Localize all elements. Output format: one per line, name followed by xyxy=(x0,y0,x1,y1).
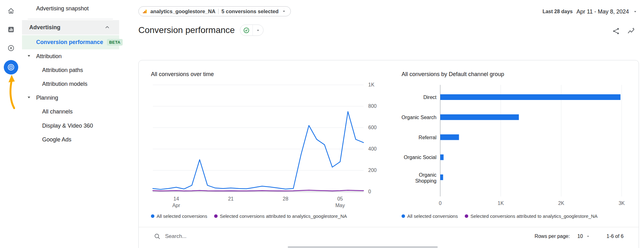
time-series-chart[interactable]: 02004006008001K14Apr212805May xyxy=(148,82,387,214)
svg-text:Organic Social: Organic Social xyxy=(404,155,436,160)
svg-text:3K: 3K xyxy=(619,201,625,206)
property-selector[interactable]: analytics_googlestore_NA 5 conversions s… xyxy=(138,6,291,16)
legend-dot-blue xyxy=(402,214,405,218)
svg-text:400: 400 xyxy=(368,146,377,152)
property-name: analytics_googlestore_NA xyxy=(150,8,215,14)
svg-text:May: May xyxy=(335,203,345,208)
reports-icon[interactable] xyxy=(7,26,15,33)
legend-dot-blue xyxy=(151,214,154,218)
channel-bar-chart[interactable]: 01K2K3KDirectOrganic SearchReferralOrgan… xyxy=(397,82,629,214)
svg-text:0: 0 xyxy=(439,201,442,206)
pagination-range: 1-6 of 6 xyxy=(607,234,624,239)
svg-text:14: 14 xyxy=(174,196,179,201)
page-header: Conversion performance xyxy=(138,25,264,36)
table-scrollbar[interactable] xyxy=(288,246,438,248)
search-icon xyxy=(154,233,161,240)
svg-text:600: 600 xyxy=(368,125,377,130)
svg-text:Referral: Referral xyxy=(419,135,436,140)
analytics-logo-icon xyxy=(142,9,147,14)
expander-caret-icon xyxy=(27,95,31,101)
conversions-selected-label: 5 conversions selected xyxy=(221,8,279,14)
svg-text:Organic Search: Organic Search xyxy=(402,115,436,120)
search-input[interactable] xyxy=(165,233,535,240)
pill-separator xyxy=(218,9,219,14)
sidebar: Advertising snapshot Advertising Convers… xyxy=(22,0,119,248)
rows-per-page-select[interactable]: 10 xyxy=(577,234,590,239)
table-controls-row: Rows per page: 10 1-6 of 6 xyxy=(139,227,639,245)
legend-dot-purple xyxy=(214,214,218,218)
sidebar-item-conversion-performance[interactable]: Conversion performance BETA xyxy=(22,35,119,49)
chevron-down-icon xyxy=(586,234,590,239)
svg-text:2K: 2K xyxy=(558,201,564,206)
svg-text:Shopping: Shopping xyxy=(415,178,436,184)
sidebar-section-advertising[interactable]: Advertising xyxy=(22,20,119,35)
sidebar-item-display-video-360[interactable]: Display & Video 360 xyxy=(22,119,119,133)
time-chart-title: All conversions over time xyxy=(151,71,214,78)
page-title: Conversion performance xyxy=(138,25,235,35)
header-actions xyxy=(612,27,635,35)
chevron-down-icon xyxy=(281,9,286,14)
chevron-up-icon xyxy=(104,24,110,30)
legend-dot-purple xyxy=(465,214,468,218)
svg-text:Apr: Apr xyxy=(172,203,180,208)
svg-text:Organic: Organic xyxy=(419,172,436,178)
svg-text:0: 0 xyxy=(368,189,371,194)
bar-chart-title: All conversions by Default channel group xyxy=(402,71,504,78)
advertising-icon[interactable] xyxy=(4,60,18,74)
sidebar-item-planning[interactable]: Planning xyxy=(22,91,119,105)
sidebar-item-attribution[interactable]: Attribution xyxy=(22,49,119,63)
svg-text:200: 200 xyxy=(368,168,377,173)
sidebar-item-google-ads[interactable]: Google Ads xyxy=(22,133,119,146)
svg-text:21: 21 xyxy=(228,196,234,201)
svg-text:1K: 1K xyxy=(498,201,504,206)
nav-rail xyxy=(0,0,22,248)
data-quality-badge[interactable] xyxy=(240,25,264,36)
date-preset-label: Last 28 days xyxy=(542,9,573,14)
svg-text:05: 05 xyxy=(337,196,343,201)
annotation-arrow-icon xyxy=(3,75,19,109)
share-icon[interactable] xyxy=(612,27,620,35)
sidebar-item-attribution-paths[interactable]: Attribution paths xyxy=(22,63,119,77)
svg-text:Direct: Direct xyxy=(423,95,436,100)
svg-text:800: 800 xyxy=(368,103,377,109)
time-chart-legend: All selected conversions Selected conver… xyxy=(151,213,347,219)
rows-per-page-label: Rows per page: xyxy=(535,234,570,239)
chevron-down-icon xyxy=(253,25,263,36)
date-range-picker[interactable]: Last 28 days Apr 11 - May 8, 2024 xyxy=(542,7,638,16)
svg-text:28: 28 xyxy=(283,196,288,201)
svg-text:1K: 1K xyxy=(368,82,375,87)
sidebar-item-attribution-models[interactable]: Attribution models xyxy=(22,77,119,91)
sidebar-item-advertising-snapshot[interactable]: Advertising snapshot xyxy=(22,2,119,15)
expander-caret-icon xyxy=(27,53,31,60)
check-circle-icon xyxy=(240,25,253,36)
charts-card: All conversions over time All conversion… xyxy=(138,60,639,248)
sidebar-item-all-channels[interactable]: All channels xyxy=(22,105,119,118)
insights-icon[interactable] xyxy=(627,27,635,35)
chevron-down-icon xyxy=(633,9,638,14)
bar-chart-legend: All selected conversions Selected conver… xyxy=(402,213,597,219)
sidebar-divider xyxy=(28,19,113,19)
explore-icon[interactable] xyxy=(7,44,15,52)
date-range-value: Apr 11 - May 8, 2024 xyxy=(576,8,629,15)
home-icon[interactable] xyxy=(7,7,15,15)
beta-badge: BETA xyxy=(107,39,123,46)
